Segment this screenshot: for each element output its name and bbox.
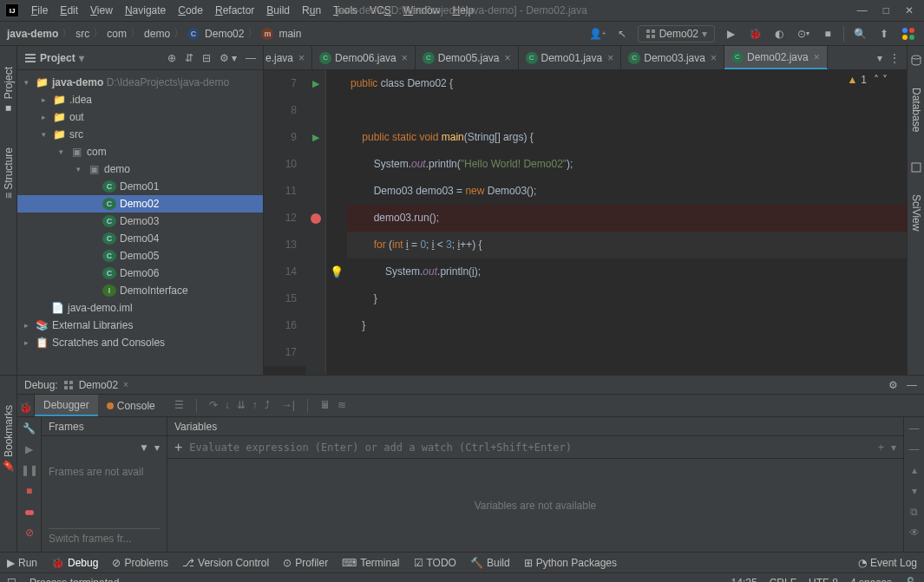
chevron-down-icon[interactable]: ▾	[891, 441, 896, 454]
step-out-icon[interactable]: ↑	[252, 399, 258, 413]
close-icon[interactable]: ×	[814, 51, 820, 63]
menu-run[interactable]: Run	[297, 3, 326, 18]
tab-demo03[interactable]: CDemo03.java×	[621, 46, 724, 69]
crumb-src[interactable]: src	[75, 28, 89, 40]
debugger-tab[interactable]: Debugger	[35, 395, 98, 416]
search-icon[interactable]: 🔍	[851, 25, 868, 43]
menu-navigate[interactable]: Navigate	[120, 3, 171, 18]
btab-run[interactable]: ▶Run	[7, 557, 37, 569]
close-button[interactable]: ✕	[905, 4, 914, 16]
tab-demo02[interactable]: CDemo02.java×	[724, 46, 828, 69]
force-step-into-icon[interactable]: ⇊	[237, 399, 246, 413]
back-icon[interactable]: ↖	[613, 25, 631, 43]
tab-structure[interactable]: ≡ Structure	[1, 144, 16, 202]
hide-icon[interactable]: —	[907, 379, 917, 391]
tree-class-demo05[interactable]: CDemo05	[17, 247, 263, 265]
new-watch-icon[interactable]: —	[909, 422, 920, 435]
more-icon[interactable]: ☰	[174, 399, 184, 413]
tree-demo[interactable]: ▾▣demo	[17, 160, 263, 178]
close-icon[interactable]: ×	[298, 52, 305, 64]
status-line-sep[interactable]: CRLF	[770, 577, 796, 583]
select-opened-icon[interactable]: ⊕	[167, 52, 176, 64]
run-to-cursor-icon[interactable]: →|	[282, 399, 295, 413]
line-number[interactable]: 7	[264, 70, 305, 97]
console-tab[interactable]: Console	[98, 395, 164, 416]
maximize-button[interactable]: □	[883, 4, 889, 16]
btab-python[interactable]: ⊞Python Packages	[524, 557, 617, 569]
tool-windows-icon[interactable]: ☐	[7, 577, 19, 583]
chevron-down-icon[interactable]: ˅	[882, 74, 888, 86]
status-encoding[interactable]: UTF-8	[809, 577, 838, 583]
drop-frame-icon[interactable]: ⤴	[265, 399, 270, 413]
stop-button[interactable]: ■	[819, 25, 836, 43]
menu-refactor[interactable]: Refactor	[210, 3, 259, 18]
crumb-com[interactable]: com	[107, 28, 127, 40]
trace-icon[interactable]: ≋	[337, 399, 346, 413]
debug-cfg-name[interactable]: Demo02	[79, 379, 118, 391]
btab-todo[interactable]: ☑TODO	[414, 557, 456, 569]
crumb-project[interactable]: java-demo	[7, 28, 58, 40]
settings-wrench-icon[interactable]: 🔧	[23, 422, 36, 435]
resume-icon[interactable]: ▶	[25, 443, 33, 455]
evaluate-input[interactable]	[189, 441, 871, 454]
mute-breakpoints-icon[interactable]: ⊘	[25, 526, 34, 539]
debug-button[interactable]: 🐞	[746, 25, 763, 43]
pause-icon[interactable]: ❚❚	[21, 464, 38, 476]
tabs-dropdown-icon[interactable]: ▾	[877, 52, 882, 64]
status-indent[interactable]: 4 spaces	[850, 577, 892, 583]
tree-out[interactable]: ▸📁out	[17, 108, 263, 126]
close-icon[interactable]: ×	[402, 52, 408, 64]
add-user-icon[interactable]: 👤+	[589, 25, 606, 43]
tree-class-demo06[interactable]: CDemo06	[17, 265, 263, 282]
profile-button[interactable]: ⊙▾	[795, 25, 812, 43]
btab-build[interactable]: 🔨Build	[470, 557, 510, 569]
crumb-class[interactable]: Demo02	[205, 28, 244, 40]
tree-class-demo01[interactable]: CDemo01	[17, 178, 263, 195]
run-config-selector[interactable]: Demo02 ▾	[638, 25, 715, 43]
chevron-down-icon[interactable]: ▾	[154, 441, 160, 454]
remove-watch-icon[interactable]: —	[909, 443, 920, 455]
down-icon[interactable]: ▾	[912, 485, 917, 497]
tree-src[interactable]: ▾📁src	[17, 126, 263, 143]
breakpoint-icon[interactable]	[311, 213, 321, 224]
add-watch-icon[interactable]: +	[174, 440, 182, 455]
close-tab-icon[interactable]: ×	[123, 380, 128, 389]
collapse-all-icon[interactable]: ⊟	[202, 52, 211, 64]
btab-problems[interactable]: ⊘Problems	[112, 557, 168, 569]
rerun-icon[interactable]: 🐞	[19, 402, 32, 414]
crumb-demo[interactable]: demo	[144, 28, 170, 40]
intention-bulb-icon[interactable]: 💡	[330, 265, 344, 278]
inspection-badge[interactable]: ▲1˄˅	[847, 74, 888, 86]
tab-demo01[interactable]: CDemo01.java×	[519, 46, 622, 69]
copy-icon[interactable]: ⧉	[910, 506, 918, 518]
minimize-button[interactable]: ―	[857, 4, 868, 16]
tab-demo06[interactable]: CDemo06.java×	[312, 46, 416, 69]
step-into-icon[interactable]: ↓	[225, 399, 230, 413]
tree-scratch[interactable]: ▸📋Scratches and Consoles	[17, 334, 263, 351]
menu-view[interactable]: View	[85, 3, 118, 18]
expand-all-icon[interactable]: ⇵	[185, 52, 193, 64]
menu-file[interactable]: File	[26, 3, 53, 18]
show-watches-icon[interactable]: 👁	[909, 526, 920, 539]
status-time[interactable]: 14:35	[731, 577, 757, 583]
tree-class-demo03[interactable]: CDemo03	[17, 213, 263, 230]
step-over-icon[interactable]: ↷	[209, 399, 218, 413]
tab-partial[interactable]: e.java×	[264, 46, 312, 69]
run-gutter-icon[interactable]: ▶	[312, 78, 319, 89]
ide-actions-icon[interactable]	[900, 25, 917, 43]
filter-icon[interactable]: ▼	[139, 441, 149, 454]
settings-icon[interactable]: ⚙	[888, 379, 898, 391]
run-gutter-icon[interactable]: ▶	[312, 132, 319, 143]
close-icon[interactable]: ×	[607, 52, 613, 64]
tab-demo05[interactable]: CDemo05.java×	[416, 46, 519, 69]
code-editor[interactable]: ▲1˄˅ 7 8 9 10 11 12 13 14 15 16 17 ▶ ▶	[264, 70, 907, 375]
tabs-more-icon[interactable]: ⋮	[889, 52, 900, 64]
tab-project[interactable]: ■ Project	[1, 63, 16, 118]
btab-debug[interactable]: 🐞Debug	[51, 557, 98, 569]
add-watch-plus-icon[interactable]: +	[878, 441, 884, 454]
tab-database[interactable]: Database	[908, 84, 924, 135]
menu-edit[interactable]: Edit	[55, 3, 83, 18]
run-button[interactable]: ▶	[722, 25, 739, 43]
settings-icon[interactable]: ⚙ ▾	[220, 52, 237, 64]
project-view-selector[interactable]: Project ▾	[24, 52, 84, 64]
